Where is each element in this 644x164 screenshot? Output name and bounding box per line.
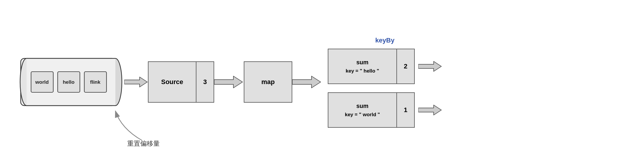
bottom-sum-label: sum (356, 101, 368, 111)
svg-text:hello: hello (63, 79, 75, 85)
bottom-sum-num: 1 (396, 93, 414, 127)
diagram-container: world hello flink Source 3 map (0, 0, 644, 164)
arrow-1 (124, 75, 148, 89)
source-label: Source (149, 62, 196, 102)
top-sum-num: 2 (396, 49, 414, 83)
svg-text:world: world (35, 79, 49, 85)
cylinder-datasource: world hello flink (12, 53, 124, 111)
arrow-2 (214, 73, 244, 91)
split-rows: sum key = " hello " 2 sum key (328, 49, 442, 128)
arrow-3 (292, 73, 322, 91)
map-operator: map (244, 61, 292, 103)
bottom-arrow-out (418, 103, 442, 117)
bottom-sum-key: key = " world " (345, 111, 380, 119)
svg-marker-14 (292, 76, 321, 88)
top-sum-box: sum key = " hello " 2 (328, 49, 415, 84)
top-sum-main: sum key = " hello " (328, 49, 396, 83)
bottom-sum-row: sum key = " world " 1 (328, 92, 442, 128)
map-label: map (244, 62, 292, 102)
svg-marker-12 (124, 77, 147, 87)
svg-marker-16 (418, 105, 441, 115)
keyby-label: keyBy (328, 37, 442, 44)
svg-text:flink: flink (90, 79, 101, 85)
top-sum-key: key = " hello " (346, 67, 379, 75)
keyby-section: keyBy sum key = " hello " 2 (328, 37, 442, 128)
source-num: 3 (196, 62, 214, 102)
svg-marker-13 (214, 76, 243, 88)
bottom-sum-main: sum key = " world " (328, 93, 396, 127)
source-operator: Source 3 (148, 61, 214, 103)
top-arrow-out (418, 59, 442, 74)
bottom-sum-box: sum key = " world " 1 (328, 92, 415, 128)
top-sum-label: sum (356, 58, 368, 67)
svg-marker-15 (418, 61, 441, 71)
top-sum-row: sum key = " hello " 2 (328, 49, 442, 84)
svg-text:重置偏移量: 重置偏移量 (127, 140, 160, 146)
